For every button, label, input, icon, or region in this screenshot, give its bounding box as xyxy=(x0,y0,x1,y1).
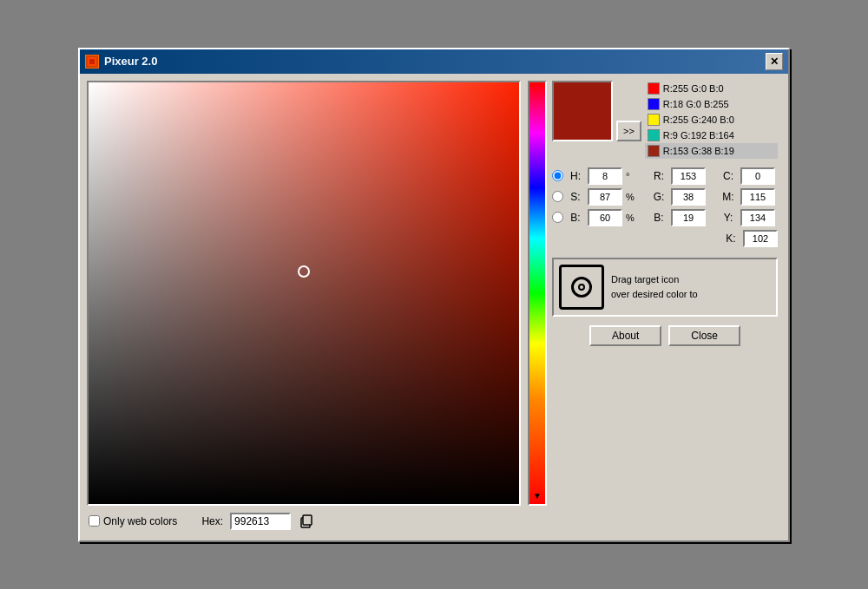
hex-label: Hex: xyxy=(201,515,223,527)
k-row: K: xyxy=(552,230,778,247)
color-gradient xyxy=(89,82,519,504)
color-list-label: R:153 G:38 B:19 xyxy=(663,146,734,156)
color-list-label: R:18 G:0 B:255 xyxy=(663,99,729,109)
close-button[interactable]: Close xyxy=(668,325,740,346)
h-label: H: xyxy=(567,170,584,182)
drag-text-line1: Drag target icon xyxy=(611,274,679,285)
color-list-item[interactable]: R:18 G:0 B:255 xyxy=(645,96,778,112)
color-list: R:255 G:0 B:0 R:18 G:0 B:255 R:255 G:240… xyxy=(645,81,778,159)
close-window-button[interactable]: ✕ xyxy=(766,53,783,70)
g-input[interactable] xyxy=(671,188,706,206)
copy-icon[interactable] xyxy=(298,513,315,530)
color-picker-area[interactable] xyxy=(87,81,521,506)
color-dot xyxy=(648,98,660,110)
k-label: K: xyxy=(722,232,740,245)
color-swatch-area: >> R:255 G:0 B:0 R:18 G:0 B:255 xyxy=(552,81,778,159)
b-control-row: B: % B: Y: xyxy=(552,209,778,226)
h-input[interactable] xyxy=(588,167,622,185)
hue-gradient xyxy=(529,82,545,504)
color-list-item[interactable]: R:255 G:0 B:0 xyxy=(645,81,778,96)
s-label: S: xyxy=(567,191,584,203)
color-list-item[interactable]: R:153 G:38 B:19 xyxy=(645,143,778,159)
about-button[interactable]: About xyxy=(589,325,661,346)
s-radio[interactable] xyxy=(552,191,563,202)
gradient-layer2 xyxy=(89,82,519,504)
pixeur-icon xyxy=(85,55,99,69)
bottom-bar: Only web colors Hex: xyxy=(87,509,521,533)
svg-rect-3 xyxy=(303,515,312,525)
left-panel: Only web colors Hex: xyxy=(87,81,521,533)
b2-label: B: xyxy=(650,212,667,224)
svg-rect-1 xyxy=(89,59,95,64)
drag-target-section: Drag target icon over desired color to xyxy=(552,258,778,317)
arrow-button[interactable]: >> xyxy=(616,121,641,141)
m-label: M: xyxy=(720,191,737,203)
title-bar: Pixeur 2.0 ✕ xyxy=(80,49,788,74)
color-list-label: R:255 G:0 B:0 xyxy=(663,83,724,94)
color-dot xyxy=(648,129,660,141)
drag-target-icon[interactable] xyxy=(559,265,604,310)
hex-input[interactable] xyxy=(230,513,291,530)
color-dot xyxy=(648,145,660,157)
k-input[interactable] xyxy=(743,230,778,247)
s-input[interactable] xyxy=(588,188,622,206)
h-unit: ° xyxy=(626,171,636,181)
s-control-row: S: % G: M: xyxy=(552,188,778,206)
hue-slider[interactable]: ▼ xyxy=(528,81,547,506)
b2-input[interactable] xyxy=(671,209,706,226)
drag-icon-inner xyxy=(571,277,592,298)
h-radio[interactable] xyxy=(552,170,563,181)
h-control-row: H: ° R: C: xyxy=(552,167,778,185)
window-body: Only web colors Hex: ▼ xyxy=(80,74,788,540)
web-colors-checkbox[interactable] xyxy=(89,515,100,527)
b-radio[interactable] xyxy=(552,212,563,223)
g-label: G: xyxy=(650,191,667,203)
color-dot xyxy=(648,114,660,126)
window-title: Pixeur 2.0 xyxy=(104,55,157,68)
color-list-item[interactable]: R:9 G:192 B:164 xyxy=(645,128,778,143)
title-bar-left: Pixeur 2.0 xyxy=(85,55,157,69)
color-dot xyxy=(648,82,660,95)
hue-arrow: ▼ xyxy=(533,491,542,501)
drag-icon-center xyxy=(578,284,585,291)
controls-panel: H: ° R: C: S: % xyxy=(552,167,778,247)
b-label: B: xyxy=(567,212,584,224)
r-input[interactable] xyxy=(671,167,706,185)
c-label: C: xyxy=(720,170,737,182)
m-input[interactable] xyxy=(740,188,775,206)
color-list-label: R:9 G:192 B:164 xyxy=(663,130,734,141)
far-right-panel: >> R:255 G:0 B:0 R:18 G:0 B:255 xyxy=(552,81,778,533)
current-color-box xyxy=(552,81,613,141)
y-label: Y: xyxy=(720,212,737,224)
bottom-buttons: About Close xyxy=(552,325,778,346)
drag-text-line2: over desired color to xyxy=(611,289,698,299)
web-colors-text: Only web colors xyxy=(103,515,177,527)
color-list-item[interactable]: R:255 G:240 B:0 xyxy=(645,112,778,128)
drag-target-text: Drag target icon over desired color to xyxy=(611,272,698,301)
c-input[interactable] xyxy=(740,167,775,185)
main-window: Pixeur 2.0 ✕ Only web colors Hex: xyxy=(78,48,790,542)
s-unit: % xyxy=(626,192,636,202)
y-input[interactable] xyxy=(740,209,775,226)
right-panel: ▼ >> R:255 G:0 B:0 xyxy=(528,81,778,533)
web-colors-label[interactable]: Only web colors xyxy=(89,515,177,527)
color-list-label: R:255 G:240 B:0 xyxy=(663,115,734,125)
b-unit: % xyxy=(626,213,636,223)
b-input[interactable] xyxy=(588,209,622,226)
r-label: R: xyxy=(650,170,667,182)
